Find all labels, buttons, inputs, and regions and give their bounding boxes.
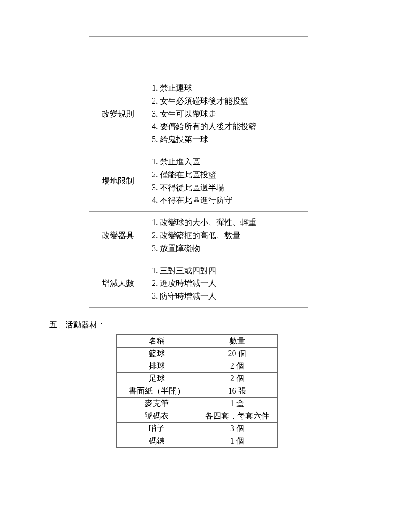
rule-category-label: 改變規則 [89, 77, 152, 151]
rules-row [89, 37, 308, 77]
rule-item: 4. 要傳給所有的人後才能投籃 [152, 120, 308, 133]
equipment-name: 號碼衣 [117, 410, 197, 422]
equipment-qty: 20 個 [197, 347, 277, 360]
rule-items: 1. 禁止運球2. 女生必須碰球後才能投籃3. 女生可以帶球走4. 要傳給所有的… [152, 77, 308, 151]
rule-item: 2. 女生必須碰球後才能投籃 [152, 95, 308, 108]
equipment-row: 書面紙（半開）16 張 [117, 385, 277, 397]
rule-category-label: 場地限制 [89, 151, 152, 211]
equipment-row: 號碼衣各四套，每套六件 [117, 410, 277, 422]
rules-row: 增減人數1. 三對三或四對四2. 進攻時增減一人3. 防守時增減一人 [89, 260, 308, 307]
equipment-row: 麥克筆1 盒 [117, 397, 277, 410]
rule-item: 2. 僅能在此區投籃 [152, 168, 308, 181]
equipment-qty: 各四套，每套六件 [197, 410, 277, 422]
rules-table: 改變規則1. 禁止運球2. 女生必須碰球後才能投籃3. 女生可以帶球走4. 要傳… [89, 36, 308, 308]
rule-items: 1. 改變球的大小、彈性、輕重2. 改變籃框的高低、數量3. 放置障礙物 [152, 212, 308, 259]
equipment-name: 書面紙（半開） [117, 385, 197, 397]
equipment-qty: 16 張 [197, 385, 277, 397]
equipment-table: 名稱 數量 籃球20 個排球2 個足球2 個書面紙（半開）16 張麥克筆1 盒號… [116, 334, 278, 448]
equipment-qty: 1 個 [197, 435, 277, 448]
equipment-qty: 3 個 [197, 422, 277, 435]
equipment-name: 碼錶 [117, 435, 197, 448]
rule-item: 4. 不得在此區進行防守 [152, 194, 308, 207]
divider-line [89, 307, 308, 308]
rule-item: 2. 進攻時增減一人 [152, 277, 308, 290]
rule-item: 3. 不得從此區過半場 [152, 181, 308, 194]
header-name: 名稱 [117, 335, 197, 348]
rules-row: 場地限制1. 禁止進入區2. 僅能在此區投籃3. 不得從此區過半場4. 不得在此… [89, 151, 308, 211]
equipment-row: 足球2 個 [117, 372, 277, 385]
divider-row [89, 307, 308, 308]
equipment-name: 籃球 [117, 347, 197, 360]
rule-item: 1. 三對三或四對四 [152, 264, 308, 277]
equipment-name: 哨子 [117, 422, 197, 435]
rule-item: 3. 防守時增減一人 [152, 290, 308, 303]
rule-items: 1. 禁止進入區2. 僅能在此區投籃3. 不得從此區過半場4. 不得在此區進行防… [152, 151, 308, 211]
rule-item: 1. 改變球的大小、彈性、輕重 [152, 216, 308, 229]
rules-row: 改變規則1. 禁止運球2. 女生必須碰球後才能投籃3. 女生可以帶球走4. 要傳… [89, 77, 308, 151]
table-header-row: 名稱 數量 [117, 335, 277, 348]
rule-item: 3. 放置障礙物 [152, 242, 308, 255]
equipment-heading: 五、活動器材： [49, 318, 362, 331]
equipment-row: 排球2 個 [117, 360, 277, 372]
equipment-name: 足球 [117, 372, 197, 385]
rule-item: 1. 禁止運球 [152, 82, 308, 95]
equipment-row: 碼錶1 個 [117, 435, 277, 448]
rule-item: 1. 禁止進入區 [152, 155, 308, 168]
rule-item: 2. 改變籃框的高低、數量 [152, 229, 308, 242]
equipment-row: 籃球20 個 [117, 347, 277, 360]
rule-category-label: 改變器具 [89, 212, 152, 259]
rule-category-label: 增減人數 [89, 260, 152, 307]
header-qty: 數量 [197, 335, 277, 348]
rule-item: 5. 給鬼投第一球 [152, 133, 308, 146]
rules-row: 改變器具1. 改變球的大小、彈性、輕重2. 改變籃框的高低、數量3. 放置障礙物 [89, 212, 308, 259]
rule-items: 1. 三對三或四對四2. 進攻時增減一人3. 防守時增減一人 [152, 260, 308, 307]
equipment-qty: 2 個 [197, 372, 277, 385]
equipment-name: 排球 [117, 360, 197, 372]
equipment-row: 哨子3 個 [117, 422, 277, 435]
equipment-qty: 1 盒 [197, 397, 277, 410]
equipment-qty: 2 個 [197, 360, 277, 372]
rule-item: 3. 女生可以帶球走 [152, 108, 308, 121]
equipment-name: 麥克筆 [117, 397, 197, 410]
